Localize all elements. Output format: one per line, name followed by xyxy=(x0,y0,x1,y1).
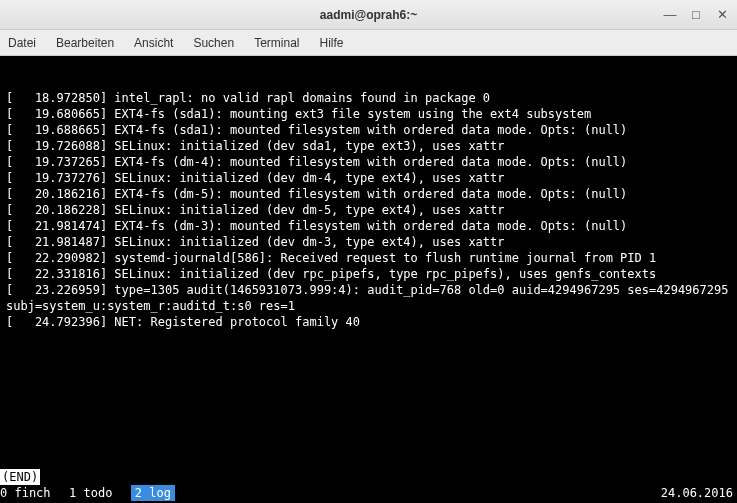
status-date: 24.06.2016 xyxy=(661,485,737,501)
menu-search[interactable]: Suchen xyxy=(193,36,234,50)
tmux-tab-finch[interactable]: 0 finch xyxy=(0,485,69,501)
tmux-status-bar: 0 finch 1 todo 2 log 24.06.2016 xyxy=(0,485,737,501)
tmux-tab-log[interactable]: 2 log xyxy=(131,485,175,501)
window-titlebar: aadmi@oprah6:~ — □ ✕ xyxy=(0,0,737,30)
terminal-content[interactable]: [ 18.972850] intel_rapl: no valid rapl d… xyxy=(0,56,737,503)
menu-terminal[interactable]: Terminal xyxy=(254,36,299,50)
menu-help[interactable]: Hilfe xyxy=(319,36,343,50)
tmux-tabs: 0 finch 1 todo 2 log xyxy=(0,485,175,501)
log-line: [ 21.981474] EXT4-fs (dm-3): mounted fil… xyxy=(6,218,731,234)
pager-end-marker: (END) xyxy=(0,469,40,485)
log-line: [ 18.972850] intel_rapl: no valid rapl d… xyxy=(6,90,731,106)
menu-file[interactable]: Datei xyxy=(8,36,36,50)
window-title: aadmi@oprah6:~ xyxy=(320,8,417,22)
log-line: [ 19.680665] EXT4-fs (sda1): mounting ex… xyxy=(6,106,731,122)
minimize-button[interactable]: — xyxy=(661,6,679,24)
log-line: [ 19.737265] EXT4-fs (dm-4): mounted fil… xyxy=(6,154,731,170)
maximize-button[interactable]: □ xyxy=(687,6,705,24)
log-line: [ 23.226959] type=1305 audit(1465931073.… xyxy=(6,282,731,314)
menu-edit[interactable]: Bearbeiten xyxy=(56,36,114,50)
pager-status-row: (END) xyxy=(0,469,737,485)
log-line: [ 19.737276] SELinux: initialized (dev d… xyxy=(6,170,731,186)
log-line: [ 21.981487] SELinux: initialized (dev d… xyxy=(6,234,731,250)
log-line: [ 20.186228] SELinux: initialized (dev d… xyxy=(6,202,731,218)
log-line: [ 24.792396] NET: Registered protocol fa… xyxy=(6,314,731,330)
log-line: [ 22.331816] SELinux: initialized (dev r… xyxy=(6,266,731,282)
menubar: Datei Bearbeiten Ansicht Suchen Terminal… xyxy=(0,30,737,56)
log-line: [ 19.726088] SELinux: initialized (dev s… xyxy=(6,138,731,154)
log-line: [ 22.290982] systemd-journald[586]: Rece… xyxy=(6,250,731,266)
menu-view[interactable]: Ansicht xyxy=(134,36,173,50)
log-line: [ 19.688665] EXT4-fs (sda1): mounted fil… xyxy=(6,122,731,138)
window-controls: — □ ✕ xyxy=(661,6,731,24)
log-line: [ 20.186216] EXT4-fs (dm-5): mounted fil… xyxy=(6,186,731,202)
tmux-tab-todo[interactable]: 1 todo xyxy=(69,485,131,501)
close-button[interactable]: ✕ xyxy=(713,6,731,24)
log-output: [ 18.972850] intel_rapl: no valid rapl d… xyxy=(6,90,731,330)
